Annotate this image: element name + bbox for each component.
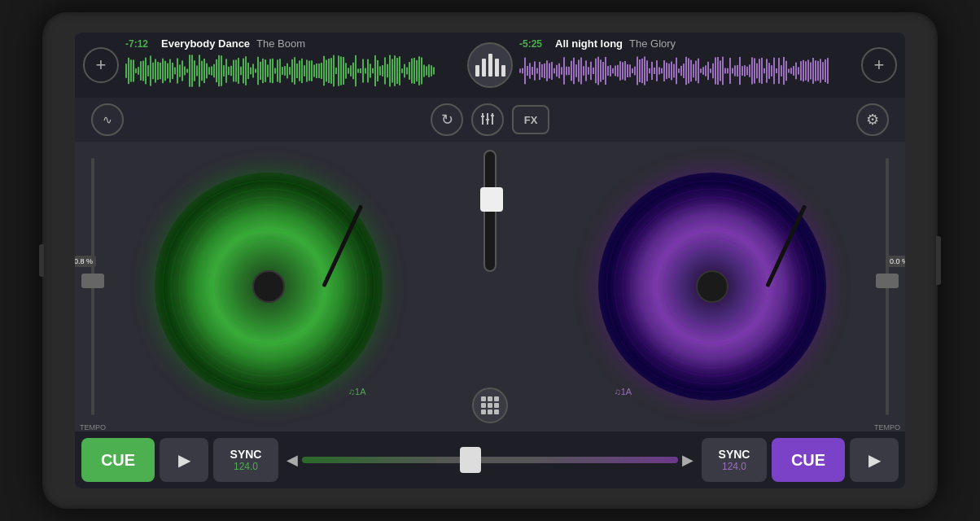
- controls-center: ↻ FX: [431, 103, 549, 136]
- tempo-thumb-left[interactable]: [81, 274, 104, 288]
- crossfader-arrow-left: ◀: [287, 451, 298, 469]
- bottom-bar: CUE ▶ SYNC 124.0 ◀ ▶: [75, 431, 905, 488]
- deck-right-tempo-label: TEMPO: [874, 423, 900, 431]
- deck-right-tempo-slider[interactable]: 0.0 % TEMPO: [879, 142, 895, 431]
- sync-icon: ↻: [441, 111, 453, 129]
- play-right-button[interactable]: ▶: [850, 438, 899, 482]
- gc5: [488, 403, 492, 408]
- vinyl-right[interactable]: ♫1A: [598, 173, 826, 401]
- deck-left: -0.8 % TEMPO: [75, 142, 462, 431]
- waveform-right-canvas: [519, 53, 829, 89]
- waveform-icon: ∿: [103, 113, 112, 126]
- center-column: [462, 142, 518, 431]
- cue-left-button[interactable]: CUE: [81, 438, 155, 482]
- key-label-right: ♫1A: [615, 387, 632, 396]
- eq-button[interactable]: [471, 103, 504, 136]
- sync-left-label: SYNC: [230, 448, 262, 461]
- vertical-fader[interactable]: [483, 150, 497, 272]
- gc3: [494, 396, 499, 401]
- gc8: [488, 409, 492, 414]
- deck-right-info: -5:25 All night long The Glory: [519, 33, 855, 98]
- deck-left-tempo-label: TEMPO: [80, 423, 106, 431]
- bar1: [475, 65, 479, 77]
- deck-left-time: -7:12: [125, 38, 155, 50]
- sync-button[interactable]: ↻: [431, 103, 463, 136]
- vinyl-center-right: [696, 270, 728, 303]
- deck-left-artist: The Boom: [256, 37, 305, 50]
- top-bar: + -7:12 Everybody Dance The Boom: [75, 33, 905, 98]
- vertical-fader-thumb[interactable]: [480, 187, 503, 212]
- grid-button[interactable]: [472, 387, 508, 423]
- fx-button[interactable]: FX: [512, 105, 549, 134]
- eq-icon: [480, 112, 495, 129]
- key-label-left: ♫1A: [348, 387, 366, 396]
- sync-right-button[interactable]: SYNC 124.0: [702, 438, 767, 482]
- tempo-value-right: 0.0 %: [886, 256, 905, 267]
- tablet-power-button: [936, 236, 941, 285]
- cue-right-button[interactable]: CUE: [772, 438, 845, 482]
- deck-left-title: Everybody Dance: [161, 37, 250, 50]
- tempo-track-right: 0.0 %: [886, 158, 889, 415]
- sync-right-label: SYNC: [719, 448, 750, 461]
- waveform-button[interactable]: ∿: [91, 103, 124, 136]
- gc7: [481, 409, 486, 414]
- bar4: [495, 59, 499, 77]
- waveform-left-canvas: [125, 53, 435, 89]
- deck-left-meta: -7:12 Everybody Dance The Boom: [125, 37, 461, 50]
- screen: + -7:12 Everybody Dance The Boom: [75, 33, 905, 488]
- play-left-icon: ▶: [178, 450, 190, 470]
- gear-icon: ⚙: [866, 111, 879, 129]
- add-track-right-button[interactable]: +: [861, 47, 897, 83]
- decks-area: -0.8 % TEMPO: [75, 142, 905, 431]
- add-track-left-button[interactable]: +: [83, 47, 119, 83]
- gc1: [481, 396, 486, 401]
- tempo-value-left: -0.8 %: [75, 256, 96, 267]
- crossfader-arrow-right: ▶: [682, 451, 693, 469]
- crossfader-wrapper[interactable]: [302, 457, 678, 463]
- gc4: [481, 403, 486, 408]
- tempo-track-left: -0.8 %: [91, 158, 94, 415]
- equalizer-svg: [480, 112, 495, 126]
- play-right-icon: ▶: [868, 450, 881, 470]
- deck-right-waveform[interactable]: [519, 53, 855, 98]
- tempo-thumb-right[interactable]: [876, 274, 899, 288]
- bpm-meter-button[interactable]: [467, 42, 513, 88]
- controls-left: ∿: [91, 103, 124, 136]
- bar5: [501, 65, 505, 77]
- controls-row: ∿ ↻: [75, 98, 905, 142]
- bars-icon: [475, 54, 505, 77]
- deck-left-tempo-slider[interactable]: -0.8 % TEMPO: [85, 142, 101, 431]
- deck-left-info: -7:12 Everybody Dance The Boom: [125, 33, 461, 98]
- deck-right-artist: The Glory: [629, 37, 676, 50]
- deck-right-title: All night long: [555, 37, 623, 50]
- play-left-button[interactable]: ▶: [160, 438, 208, 482]
- gc2: [488, 396, 492, 401]
- sync-left-button[interactable]: SYNC 124.0: [213, 438, 278, 482]
- gc6: [494, 403, 499, 408]
- tablet-side-button: [39, 244, 44, 277]
- gc9: [494, 409, 499, 414]
- vinyl-center-left: [252, 270, 285, 303]
- bar2: [482, 59, 486, 77]
- tablet: + -7:12 Everybody Dance The Boom: [42, 12, 938, 509]
- crossfader-area: ◀ ▶: [278, 451, 702, 469]
- grid-icon: [481, 396, 499, 414]
- bar3: [488, 54, 492, 77]
- deck-left-waveform[interactable]: [125, 53, 461, 98]
- settings-button[interactable]: ⚙: [856, 103, 889, 136]
- deck-right: ♫1A 0.0 % TEMPO: [518, 142, 905, 431]
- vinyl-left[interactable]: ♫1A: [155, 173, 383, 401]
- deck-right-meta: -5:25 All night long The Glory: [519, 37, 855, 50]
- crossfader-handle[interactable]: [460, 447, 481, 473]
- bottom-right-controls: SYNC 124.0 CUE ▶: [702, 438, 899, 482]
- bottom-left-controls: CUE ▶ SYNC 124.0: [81, 438, 278, 482]
- deck-right-time: -5:25: [519, 38, 549, 50]
- sync-left-bpm: 124.0: [234, 461, 258, 472]
- sync-right-bpm: 124.0: [722, 461, 746, 472]
- crossfader-track: [302, 457, 678, 463]
